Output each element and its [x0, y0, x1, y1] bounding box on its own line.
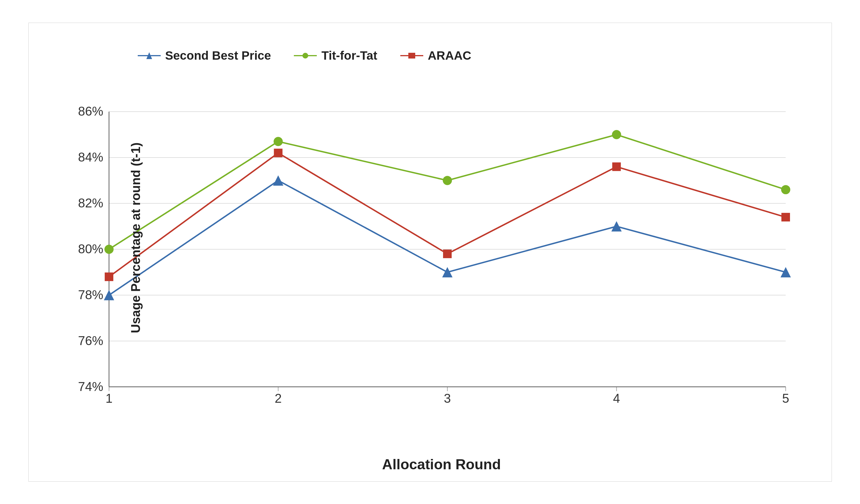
- svg-rect-44: [443, 249, 452, 258]
- legend-label-second-best-price: Second Best Price: [165, 49, 271, 62]
- svg-text:84%: 84%: [78, 150, 103, 164]
- svg-text:3: 3: [444, 391, 450, 405]
- svg-text:78%: 78%: [78, 287, 103, 302]
- legend-item-tit-for-tat: Tit-for-Tat: [294, 49, 377, 62]
- svg-rect-45: [612, 162, 621, 171]
- legend-line-araac: [400, 51, 423, 60]
- chart-area: Second Best Price Tit-for-Tat ARAAC Usag: [75, 40, 808, 435]
- legend-item-second-best-price: Second Best Price: [138, 49, 271, 62]
- svg-text:76%: 76%: [78, 333, 103, 347]
- legend-label-tit-for-tat: Tit-for-Tat: [321, 49, 377, 62]
- svg-point-3: [302, 53, 308, 58]
- svg-point-40: [612, 130, 621, 139]
- svg-text:80%: 80%: [78, 242, 103, 256]
- svg-point-37: [104, 244, 113, 254]
- x-axis-label: Allocation Round: [382, 456, 501, 473]
- svg-marker-35: [611, 221, 621, 231]
- svg-point-38: [273, 137, 283, 146]
- svg-text:86%: 86%: [78, 104, 103, 118]
- chart-svg: 74%76%78%80%82%84%86%12345: [75, 40, 808, 435]
- svg-text:4: 4: [613, 391, 620, 405]
- svg-text:2: 2: [275, 391, 282, 405]
- legend: Second Best Price Tit-for-Tat ARAAC: [138, 49, 472, 62]
- legend-label-araac: ARAAC: [428, 49, 472, 62]
- svg-marker-33: [273, 175, 283, 186]
- svg-rect-46: [782, 213, 790, 221]
- svg-marker-36: [780, 267, 791, 277]
- svg-text:1: 1: [105, 391, 112, 405]
- svg-rect-5: [408, 53, 415, 58]
- legend-line-tit-for-tat: [294, 51, 317, 60]
- svg-point-39: [443, 176, 452, 185]
- svg-rect-42: [104, 272, 113, 281]
- svg-marker-34: [442, 267, 452, 277]
- svg-text:82%: 82%: [78, 196, 103, 210]
- y-axis-label: Usage Percentage at round (t-1): [128, 142, 143, 333]
- svg-point-41: [781, 185, 790, 194]
- svg-text:74%: 74%: [78, 379, 103, 393]
- svg-text:5: 5: [782, 391, 789, 405]
- svg-rect-43: [274, 148, 282, 157]
- legend-line-second-best-price: [138, 51, 161, 60]
- legend-item-araac: ARAAC: [400, 49, 472, 62]
- chart-container: Second Best Price Tit-for-Tat ARAAC Usag: [28, 23, 832, 481]
